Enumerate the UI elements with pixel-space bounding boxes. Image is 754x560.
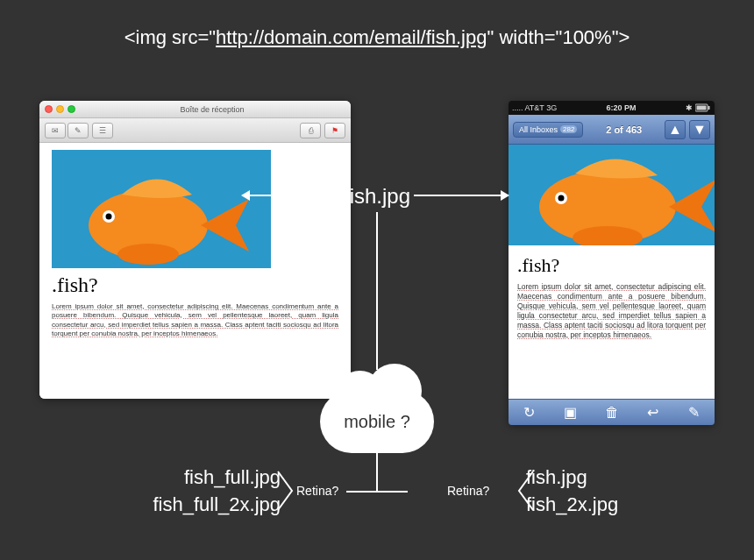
- email-image: [509, 145, 715, 245]
- code-suffix: " width="100%">: [487, 26, 630, 48]
- img-tag-code: <img src="http://domain.com/email/fish.j…: [0, 26, 754, 49]
- flow-hline: [346, 491, 408, 493]
- email-body-text: Lorem ipsum dolor sit amet, consectetur …: [52, 302, 338, 339]
- mobile-decision-cloud: mobile ?: [320, 390, 434, 453]
- carrier-label: ..... AT&T 3G: [512, 103, 557, 112]
- file-label: fish_full_2x.jpg: [35, 492, 281, 519]
- mail-content: .fish? Lorem ipsum dolor sit amet, conse…: [39, 143, 351, 399]
- flow-vline-top: [376, 212, 378, 370]
- bottom-toolbar: ↻ ▣ 🗑 ↩ ✎: [509, 399, 715, 425]
- folder-icon[interactable]: ▣: [563, 405, 579, 421]
- arrow-to-phone: [414, 195, 509, 196]
- back-badge: 282: [560, 125, 577, 133]
- retina-label-right: Retina?: [447, 484, 489, 498]
- mobile-output-files: fish.jpg fish_2x.jpg: [526, 464, 719, 519]
- battery-icon: [695, 103, 711, 112]
- window-titlebar: Boîte de réception: [39, 101, 351, 118]
- minimize-icon[interactable]: [56, 105, 64, 113]
- cloud-label: mobile ?: [320, 390, 434, 453]
- email-body-text: Lorem ipsum dolor sit amet, consectetur …: [517, 282, 706, 340]
- refresh-icon[interactable]: ↻: [522, 405, 537, 421]
- retina-label-left: Retina?: [296, 484, 338, 498]
- mail-content: .fish? Lorem ipsum dolor sit amet, conse…: [509, 145, 715, 399]
- code-url: http://domain.com/email/fish.jpg: [216, 26, 487, 48]
- goldfish-icon: [60, 159, 262, 268]
- svg-rect-5: [697, 106, 707, 110]
- prev-message-button[interactable]: ▲: [665, 120, 686, 139]
- toolbar-get-mail-button[interactable]: ✉: [45, 123, 66, 138]
- next-message-button[interactable]: ▼: [689, 120, 710, 139]
- email-image: [52, 150, 271, 268]
- back-label: All Inboxes: [519, 125, 558, 134]
- code-prefix: <img src=": [124, 26, 216, 48]
- clock-label: 6:20 PM: [559, 103, 683, 112]
- file-label: fish_full.jpg: [35, 464, 281, 492]
- email-heading: .fish?: [517, 254, 706, 277]
- file-label: fish.jpg: [526, 464, 719, 492]
- svg-point-10: [558, 195, 564, 202]
- source-file-label: fish.jpg: [344, 184, 410, 209]
- file-label: fish_2x.jpg: [526, 492, 719, 519]
- flow-vline-bottom: [376, 453, 378, 491]
- compose-icon[interactable]: ✎: [686, 405, 702, 421]
- back-button[interactable]: All Inboxes 282: [513, 122, 583, 138]
- svg-rect-6: [708, 106, 710, 110]
- goldfish-icon: [509, 145, 715, 245]
- trash-icon[interactable]: 🗑: [604, 405, 620, 421]
- arrow-to-desktop: [242, 195, 338, 196]
- window-toolbar: ✉ ✎ ☰ ⎙ ⚑: [39, 118, 351, 143]
- toolbar-compose-button[interactable]: ✎: [68, 123, 89, 138]
- bluetooth-icon: ✱: [686, 103, 693, 112]
- window-traffic-lights: [45, 105, 75, 113]
- toolbar-flag-button[interactable]: ⚑: [324, 123, 345, 138]
- svg-point-3: [106, 214, 112, 220]
- zoom-icon[interactable]: [68, 105, 75, 113]
- iphone-mail: ..... AT&T 3G 6:20 PM ✱ All Inboxes 282 …: [509, 101, 715, 425]
- window-title: Boîte de réception: [79, 105, 345, 114]
- status-bar: ..... AT&T 3G 6:20 PM ✱: [509, 101, 715, 115]
- svg-point-1: [117, 244, 179, 265]
- nav-bar: All Inboxes 282 2 of 463 ▲ ▼: [509, 115, 715, 145]
- close-icon[interactable]: [45, 105, 53, 113]
- reply-icon[interactable]: ↩: [645, 405, 661, 421]
- toolbar-button[interactable]: ☰: [92, 123, 113, 138]
- email-heading: .fish?: [52, 273, 338, 297]
- desktop-mail-window: Boîte de réception ✉ ✎ ☰ ⎙ ⚑ .fish?: [39, 101, 351, 399]
- nav-title: 2 of 463: [587, 124, 661, 135]
- desktop-output-files: fish_full.jpg fish_full_2x.jpg: [35, 464, 281, 519]
- toolbar-print-button[interactable]: ⎙: [300, 123, 321, 138]
